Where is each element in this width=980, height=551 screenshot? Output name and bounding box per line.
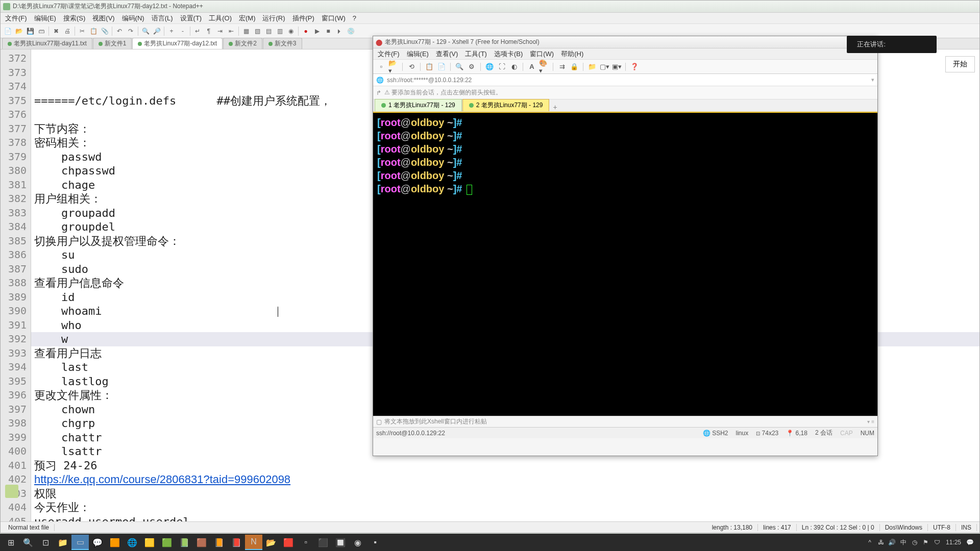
zoomin-icon[interactable]: + <box>166 26 177 36</box>
tray-up-icon[interactable]: ^ <box>865 537 875 547</box>
print-icon[interactable]: 🖨 <box>62 26 72 36</box>
xshell-menu-item[interactable]: 选项卡(B) <box>491 48 526 60</box>
add-tab-button[interactable]: + <box>550 103 560 111</box>
redo-icon[interactable]: ↷ <box>126 26 136 36</box>
terminal-tab[interactable]: 1 老男孩Linux77期 - 129 <box>375 99 462 111</box>
open-session-icon[interactable]: 📂▾ <box>388 62 399 72</box>
explorer-icon[interactable]: 📁 <box>54 535 71 550</box>
record-icon[interactable]: ● <box>301 26 311 36</box>
copy-icon[interactable]: 📋 <box>424 62 434 72</box>
taskbar-app-7[interactable]: 📗 <box>176 535 193 550</box>
menu-item[interactable]: 搜索(S) <box>60 13 89 24</box>
taskbar-app-8[interactable]: 🟫 <box>193 535 210 550</box>
tray-icon-2[interactable]: ⚑ <box>921 537 931 547</box>
menu-item[interactable]: 插件(P) <box>289 13 318 24</box>
save-icon[interactable]: 💾 <box>25 26 35 36</box>
search-icon[interactable]: 🔍 <box>19 535 37 550</box>
font-icon[interactable]: A <box>527 62 537 72</box>
editor-tab[interactable]: 新文件3 <box>263 38 302 49</box>
tray-sound-icon[interactable]: 🔊 <box>887 537 897 547</box>
doc-map-icon[interactable]: ▤ <box>263 26 274 36</box>
taskview-icon[interactable]: ⊡ <box>37 535 54 550</box>
taskbar-app-4[interactable]: 🌐 <box>124 535 141 550</box>
menu-item[interactable]: 窗口(W) <box>318 13 349 24</box>
taskbar-app-15[interactable]: ⬛ <box>314 535 332 550</box>
save-macro-icon[interactable]: 💿 <box>346 26 356 36</box>
taskbar-app-12[interactable]: 📂 <box>262 535 280 550</box>
xshell-input-bar[interactable]: ▢ 将文本拖放到此Xshell窗口内进行粘贴 ▾ ≡ <box>373 416 877 427</box>
fold-icon[interactable]: ▦ <box>241 26 251 36</box>
newwin-icon[interactable]: ▢▾ <box>599 62 609 72</box>
editor-tab[interactable]: 新文件1 <box>93 38 132 49</box>
editor-tab[interactable]: 老男孩Linux77期-day11.txt <box>2 38 92 49</box>
copy-icon[interactable]: 📋 <box>88 26 99 36</box>
tray-notif-icon[interactable]: 💬 <box>965 537 975 547</box>
xshell-menu-item[interactable]: 工具(T) <box>461 48 491 60</box>
menu-item[interactable]: 编辑(E) <box>31 13 60 24</box>
menu-item[interactable]: 宏(M) <box>235 13 259 24</box>
paste-icon[interactable]: 📎 <box>100 26 110 36</box>
taskbar-app-11[interactable]: N <box>245 535 262 550</box>
menu-item[interactable]: 视图(V) <box>89 13 118 24</box>
menu-item[interactable]: 运行(R) <box>259 13 288 24</box>
menu-item[interactable]: 设置(T) <box>177 13 206 24</box>
new-session-icon[interactable]: ▫ <box>376 62 386 72</box>
browser-icon[interactable]: 🌐 <box>484 62 495 72</box>
help-icon[interactable]: ❓ <box>629 62 640 72</box>
monitor-icon[interactable]: ◉ <box>286 26 296 36</box>
allchars-icon[interactable]: ¶ <box>204 26 214 36</box>
taskbar-app-6[interactable]: 🟩 <box>158 535 176 550</box>
menu-item[interactable]: 文件(F) <box>2 13 31 24</box>
saveall-icon[interactable]: 🗃 <box>36 26 46 36</box>
start-button[interactable]: 开始 <box>945 56 975 72</box>
taskbar-app-14[interactable]: ▫ <box>297 535 314 550</box>
zoomout-icon[interactable]: - <box>178 26 188 36</box>
xshell-menu-item[interactable]: 查看(V) <box>432 48 461 60</box>
replace-icon[interactable]: 🔎 <box>152 26 162 36</box>
indent-icon[interactable]: ⇥ <box>215 26 225 36</box>
menu-item[interactable]: ? <box>349 13 360 23</box>
wrap-icon[interactable]: ↵ <box>192 26 203 36</box>
transparent-icon[interactable]: ◐ <box>509 62 519 72</box>
taskbar-app-9[interactable]: 📙 <box>210 535 228 550</box>
func-list-icon[interactable]: ▥ <box>275 26 285 36</box>
paste-icon[interactable]: 📄 <box>436 62 447 72</box>
xshell-addressbar[interactable]: 🌐 ssh://root:******@10.0.0.129:22 ▾ <box>373 74 877 86</box>
terminal-tab[interactable]: 2 老男孩Linux77期 - 129 <box>462 99 550 111</box>
find-icon[interactable]: 🔍 <box>454 62 464 72</box>
sendall-icon[interactable]: ⇉ <box>557 62 567 72</box>
xshell-menu-item[interactable]: 窗口(W) <box>526 48 557 60</box>
taskbar-app-13[interactable]: 🟥 <box>280 535 297 550</box>
start-menu-icon[interactable]: ⊞ <box>2 535 19 550</box>
fullscreen-icon[interactable]: ⛶ <box>497 62 507 72</box>
taskbar-app-2[interactable]: 💬 <box>89 535 106 550</box>
menu-item[interactable]: 工具(O) <box>205 13 235 24</box>
menu-item[interactable]: 语言(L) <box>148 13 177 24</box>
xftp-icon[interactable]: 📁 <box>587 62 597 72</box>
unfold-icon[interactable]: ▧ <box>252 26 262 36</box>
taskbar-app-10[interactable]: 📕 <box>228 535 245 550</box>
tray-network-icon[interactable]: 🖧 <box>876 537 886 547</box>
terminal[interactable]: [root@oldboy ~]#[root@oldboy ~]#[root@ol… <box>373 112 877 416</box>
desktop-folder-icon[interactable] <box>5 485 18 498</box>
tray-ime-icon[interactable]: 中 <box>898 537 909 547</box>
cut-icon[interactable]: ✂ <box>77 26 87 36</box>
outdent-icon[interactable]: ⇤ <box>226 26 236 36</box>
taskbar-app-18[interactable]: ▪ <box>366 535 384 550</box>
taskbar-app-5[interactable]: 🟨 <box>141 535 158 550</box>
open-file-icon[interactable]: 📂 <box>14 26 24 36</box>
editor-tab[interactable]: 老男孩Linux77期-day12.txt <box>132 38 223 49</box>
taskbar-app-1[interactable]: ▭ <box>71 535 89 550</box>
prop-icon[interactable]: ⚙ <box>467 62 477 72</box>
xshell-menu-item[interactable]: 编辑(E) <box>403 48 432 60</box>
xshell-menu-item[interactable]: 帮助(H) <box>557 48 587 60</box>
color-icon[interactable]: 🎨▾ <box>539 62 549 72</box>
xshell-menu-item[interactable]: 文件(F) <box>374 48 403 60</box>
undo-icon[interactable]: ↶ <box>114 26 125 36</box>
close-icon[interactable]: ✖ <box>51 26 61 36</box>
tray-clock[interactable]: 11:25 <box>943 537 964 547</box>
editor-tab[interactable]: 新文件2 <box>223 38 262 49</box>
reconnect-icon[interactable]: ⟲ <box>406 62 416 72</box>
lock-icon[interactable]: 🔒 <box>569 62 579 72</box>
taskbar-app-16[interactable]: 🔲 <box>332 535 349 550</box>
